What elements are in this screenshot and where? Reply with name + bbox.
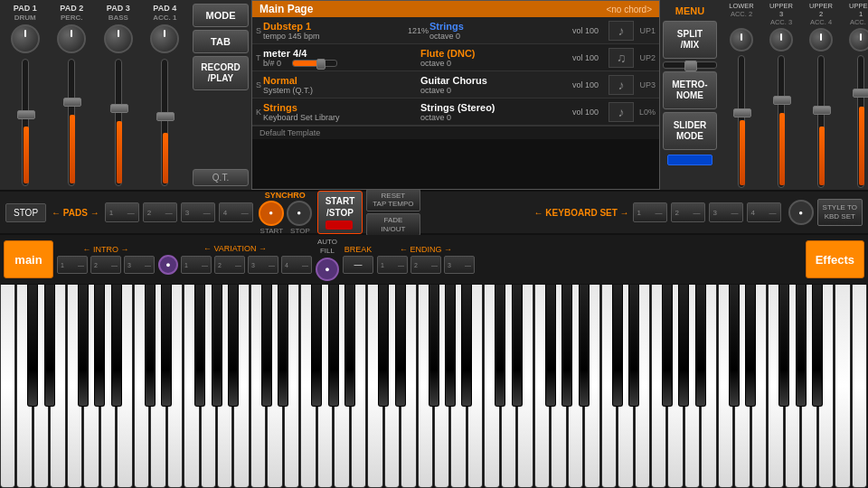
black-key[interactable] [512, 285, 523, 407]
black-key[interactable] [395, 285, 406, 407]
black-key[interactable] [78, 285, 89, 407]
lower-knob[interactable] [730, 28, 753, 52]
black-key[interactable] [429, 285, 439, 407]
white-key[interactable] [835, 285, 850, 488]
black-key[interactable] [561, 285, 572, 407]
black-key[interactable] [545, 285, 556, 407]
black-key[interactable] [662, 285, 673, 407]
split-mix-button[interactable]: SPLIT/MIX [663, 21, 717, 59]
black-key[interactable] [44, 285, 55, 407]
stop-button[interactable]: STOP [5, 203, 46, 222]
start-stop-button[interactable]: START/STOP [317, 191, 363, 234]
black-key[interactable] [796, 285, 807, 407]
upper2-label: UPPER 2ACC. 4 [807, 2, 835, 26]
upper1-slider[interactable] [841, 55, 868, 188]
black-key[interactable] [628, 285, 639, 407]
variation-btn-3[interactable]: 3— [248, 256, 278, 274]
kbd-btn-4[interactable]: 4— [747, 202, 781, 222]
pad-btn-4[interactable]: 4— [219, 202, 253, 222]
display-row-1[interactable]: S Dubstep 1 tempo 145 bpm 121% Strings o… [252, 17, 659, 44]
black-key[interactable] [579, 285, 590, 407]
pad4-slider[interactable] [145, 59, 184, 186]
synchro-stop-btn[interactable]: ● [287, 201, 312, 226]
pad1-slider[interactable] [5, 59, 45, 186]
pad1-knob[interactable] [11, 24, 40, 53]
variation-btn-2[interactable]: 2— [214, 256, 245, 274]
pad2-slider[interactable] [52, 59, 91, 186]
black-key[interactable] [94, 285, 105, 407]
upper2-knob[interactable] [809, 28, 833, 52]
split-slider[interactable] [663, 61, 717, 69]
display-row-4[interactable]: K Strings Keyboard Set Library Strings (… [252, 99, 659, 126]
black-key[interactable] [212, 285, 222, 407]
black-key[interactable] [745, 285, 756, 407]
black-key[interactable] [378, 285, 389, 407]
black-key[interactable] [461, 285, 472, 407]
synchro-stop-label: STOP [290, 227, 310, 235]
intro-btn-3[interactable]: 3— [124, 256, 155, 274]
black-key[interactable] [328, 285, 339, 407]
variation-btn-4[interactable]: 4— [281, 256, 312, 274]
lower-slider[interactable] [722, 55, 761, 188]
ending-btn-1[interactable]: 1— [377, 256, 408, 274]
pad3-knob[interactable] [104, 24, 133, 53]
black-key[interactable] [161, 285, 172, 407]
pad4-knob[interactable] [150, 24, 179, 53]
record-play-button[interactable]: RECORD/PLAY [193, 56, 249, 90]
black-key[interactable] [778, 285, 789, 407]
black-key[interactable] [194, 285, 205, 407]
ending-label: ← ENDING → [400, 245, 452, 254]
white-key[interactable] [852, 285, 867, 488]
black-key[interactable] [311, 285, 322, 407]
slider-mode-button[interactable]: SLIDERMODE [663, 112, 717, 150]
auto-fill-btn[interactable]: ● [316, 258, 339, 281]
variation-btn-1[interactable]: 1— [181, 256, 212, 274]
intro-btn-1[interactable]: 1— [57, 256, 88, 274]
black-key[interactable] [812, 285, 823, 407]
style-to-kbd-button[interactable]: STYLE TOKBD SET [817, 199, 863, 227]
mode-button[interactable]: MODE [193, 4, 249, 27]
ending-btn-2[interactable]: 2— [410, 256, 441, 274]
kbd-btn-2[interactable]: 2— [671, 202, 705, 222]
upper1-knob[interactable] [849, 28, 868, 52]
black-key[interactable] [445, 285, 456, 407]
black-key[interactable] [228, 285, 239, 407]
black-key[interactable] [495, 285, 505, 407]
kbd-round-btn[interactable]: ● [788, 200, 814, 225]
pad2-knob[interactable] [57, 24, 86, 53]
break-btn[interactable]: — [343, 256, 373, 274]
synchro-start-btn[interactable]: ● [259, 201, 284, 226]
black-key[interactable] [678, 285, 689, 407]
pad3-slider[interactable] [99, 59, 138, 186]
pad-btn-3[interactable]: 3— [181, 202, 215, 222]
reset-button[interactable]: RESETTAP TEMPO [366, 189, 420, 211]
effects-button[interactable]: Effects [806, 240, 864, 278]
black-key[interactable] [261, 285, 272, 407]
pad-btn-1[interactable]: 1— [105, 202, 139, 222]
pad-btn-2[interactable]: 2— [143, 202, 177, 222]
tab-button[interactable]: TAB [193, 30, 249, 53]
black-key[interactable] [278, 285, 288, 407]
black-key[interactable] [612, 285, 623, 407]
upper3-knob[interactable] [769, 28, 793, 52]
kbd-btn-3[interactable]: 3— [709, 202, 743, 222]
white-key[interactable] [0, 285, 15, 488]
kbd-btn-1[interactable]: 1— [633, 202, 667, 222]
black-key[interactable] [729, 285, 740, 407]
upper3-slider[interactable] [761, 55, 801, 188]
variation-active-btn[interactable]: ● [158, 255, 178, 275]
display-row-3[interactable]: S Normal System (Q.T.) Guitar Chorus oct… [252, 71, 659, 99]
qt-button[interactable]: Q.T. [193, 169, 249, 186]
ending-btn-3[interactable]: 3— [444, 256, 475, 274]
black-key[interactable] [27, 285, 38, 407]
intro-btn-2[interactable]: 2— [90, 256, 121, 274]
metronome-button[interactable]: METRO-NOME [663, 71, 717, 109]
black-key[interactable] [695, 285, 706, 407]
black-key[interactable] [111, 285, 122, 407]
fade-button[interactable]: FADEIN/OUT [366, 213, 420, 236]
display-row-2[interactable]: T meter 4/4 b/# 0 Flute (DNC) [252, 44, 659, 71]
black-key[interactable] [145, 285, 156, 407]
black-key[interactable] [344, 285, 355, 407]
upper2-slider[interactable] [801, 55, 841, 188]
main-button[interactable]: main [4, 240, 53, 278]
